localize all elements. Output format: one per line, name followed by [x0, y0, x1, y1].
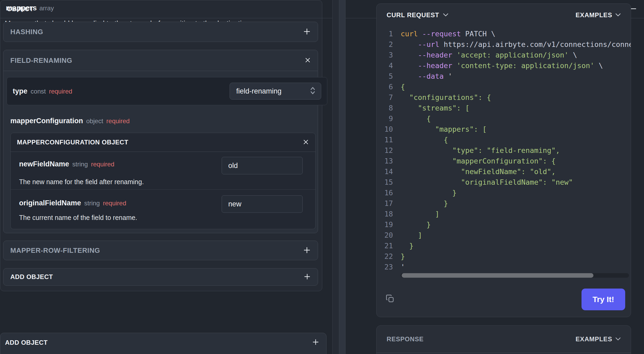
expand-mapper-row-filtering-button[interactable]	[303, 246, 311, 255]
pane-scrollbar-thumb[interactable]	[339, 0, 346, 354]
close-mapper-configuration-button[interactable]	[303, 139, 309, 146]
original-field-name-required-badge: required	[103, 200, 126, 207]
new-field-name-input[interactable]	[222, 157, 303, 174]
line-number: 3	[377, 50, 393, 60]
line-number: 4	[377, 60, 393, 71]
code-lines: 1curl --request PATCH \2 --url https://a…	[377, 29, 631, 272]
code-line: 23'	[377, 262, 631, 272]
code-line: 17 }	[377, 198, 631, 209]
close-field-renaming-button[interactable]	[305, 57, 311, 64]
code-line: 6{	[377, 82, 631, 92]
hashing-title: HASHING	[10, 28, 43, 36]
expand-hashing-button[interactable]	[303, 28, 311, 36]
mapper-configuration-required-badge: required	[106, 117, 130, 125]
code-line: 14 "newFieldName": "old",	[377, 166, 631, 177]
curl-request-panel: CURL REQUEST EXAMPLES 1curl --request PA…	[376, 3, 631, 317]
original-field-name-label: originalFieldName	[19, 199, 81, 207]
code-line: 18 ]	[377, 209, 631, 219]
mapper-configuration-card: MAPPERCONFIGURATION OBJECT newFieldName …	[10, 133, 316, 229]
type-select[interactable]: field-renaming	[230, 83, 321, 100]
line-number: 22	[377, 251, 393, 262]
line-number: 18	[377, 209, 393, 219]
code-line: 19 }	[377, 219, 631, 230]
code-horizontal-scrollbar[interactable]	[401, 273, 629, 278]
code-line: 11 {	[377, 135, 631, 145]
close-icon	[305, 57, 311, 64]
curl-request-title: CURL REQUEST	[387, 11, 439, 19]
code-line: 15 "originalFieldName": "new"	[377, 177, 631, 188]
line-number: 12	[377, 145, 393, 156]
close-icon	[303, 139, 309, 146]
field-renaming-header: FIELD-RENAMING	[3, 50, 318, 71]
field-renaming-section: FIELD-RENAMING type const required field…	[3, 50, 318, 233]
request-examples-dropdown[interactable]: EXAMPLES	[576, 11, 621, 19]
mapper-configuration-kind: object	[86, 117, 103, 125]
code-line: 13 "mapperConfiguration": {	[377, 156, 631, 166]
chevron-down-icon	[443, 13, 448, 17]
code-line: 7 "configurations": {	[377, 92, 631, 103]
line-number: 11	[377, 135, 393, 145]
line-number: 6	[377, 82, 393, 92]
curl-request-selector[interactable]: CURL REQUEST	[387, 11, 448, 19]
request-examples-label: EXAMPLES	[576, 11, 612, 19]
add-object-bar[interactable]: ADD OBJECT	[3, 268, 318, 286]
mapper-row-filtering-section[interactable]: MAPPER-ROW-FILTERING	[3, 241, 318, 260]
mapper-configuration-name: mapperConfiguration	[10, 117, 83, 125]
code-line: 20 ]	[377, 230, 631, 241]
line-number: 14	[377, 166, 393, 177]
field-renaming-title: FIELD-RENAMING	[10, 56, 72, 65]
code-line: 12 "type": "field-renaming",	[377, 145, 631, 156]
copy-icon	[385, 294, 395, 304]
new-field-name-label: newFieldName	[19, 160, 69, 168]
try-it-button[interactable]: Try It!	[582, 289, 625, 310]
plus-icon	[303, 273, 311, 281]
type-property-kind: const	[31, 88, 46, 95]
line-number: 13	[377, 156, 393, 166]
chevron-down-icon	[615, 337, 621, 342]
response-header: RESPONSE EXAMPLES	[377, 326, 631, 353]
object-card: OBJECT HASHING	[0, 0, 322, 291]
line-number: 8	[377, 103, 393, 113]
code-line: 22}	[377, 251, 631, 262]
response-examples-dropdown[interactable]: EXAMPLES	[576, 335, 621, 343]
outer-add-object-button[interactable]	[312, 338, 319, 347]
response-title: RESPONSE	[387, 335, 424, 343]
add-object-button[interactable]	[303, 273, 311, 281]
line-number: 2	[377, 39, 393, 50]
line-number: 7	[377, 92, 393, 103]
line-number: 1	[377, 29, 393, 39]
code-line: 21 }	[377, 241, 631, 251]
new-field-name-row: newFieldName string required The new nam…	[11, 152, 315, 190]
add-object-label: ADD OBJECT	[10, 273, 53, 281]
type-required-badge: required	[49, 88, 72, 95]
copy-code-button[interactable]	[385, 294, 395, 304]
original-field-name-kind: string	[84, 200, 100, 207]
mapper-row-filtering-title: MAPPER-ROW-FILTERING	[10, 246, 100, 255]
code-horizontal-scrollbar-thumb[interactable]	[402, 273, 593, 278]
code-line: 4 --header 'content-type: application/js…	[377, 60, 631, 71]
select-chevrons-icon	[309, 86, 316, 96]
original-field-name-description: The current name of the field to rename.	[19, 214, 137, 222]
original-field-name-input[interactable]	[222, 195, 303, 213]
type-property-row: type const required field-renaming	[7, 77, 327, 105]
line-number: 10	[377, 124, 393, 135]
code-line: 16 }	[377, 188, 631, 198]
mapper-configuration-card-title: MAPPERCONFIGURATION OBJECT	[17, 139, 128, 146]
plus-icon	[303, 246, 311, 255]
code-line: 10 "mappers": [	[377, 124, 631, 135]
line-number: 23	[377, 262, 393, 272]
hashing-section[interactable]: HASHING	[3, 22, 318, 42]
plus-icon	[303, 28, 311, 36]
code-line: 5 --data '	[377, 71, 631, 82]
type-property-name: type	[13, 87, 28, 95]
line-number: 15	[377, 177, 393, 188]
pane-scrollbar-track[interactable]	[332, 0, 339, 354]
line-number: 19	[377, 219, 393, 230]
outer-add-object-bar[interactable]: ADD OBJECT	[0, 333, 327, 354]
outer-add-object-label: ADD OBJECT	[5, 339, 48, 346]
line-number: 16	[377, 188, 393, 198]
object-card-title: OBJECT	[7, 5, 33, 13]
code-line: 2 --url https://api.airbyte.com/v1/conne…	[377, 39, 631, 50]
code-line: 1curl --request PATCH \	[377, 29, 631, 39]
code-block: 1curl --request PATCH \2 --url https://a…	[377, 29, 631, 274]
